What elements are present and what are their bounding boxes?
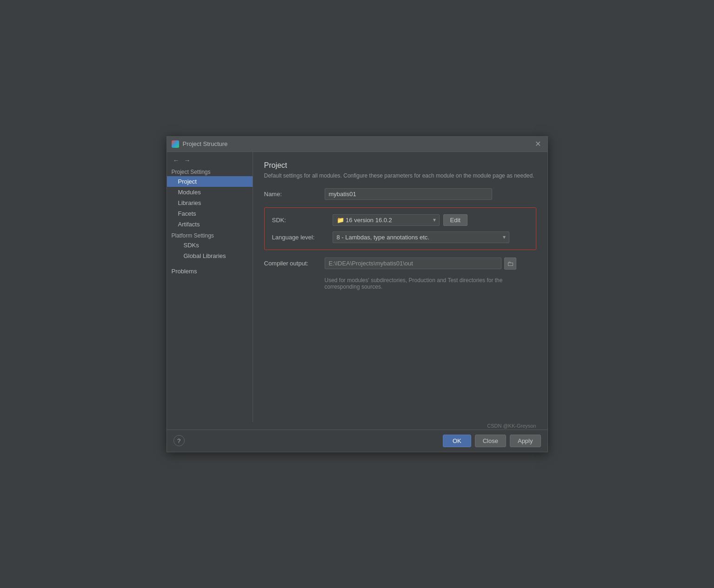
sidebar-item-libraries[interactable]: Libraries bbox=[167, 198, 253, 208]
sidebar-item-artifacts[interactable]: Artifacts bbox=[167, 219, 253, 230]
sidebar: ← → Project Settings Project Modules Lib… bbox=[167, 152, 253, 422]
main-content: Project Default settings for all modules… bbox=[253, 152, 547, 422]
sdk-row: SDK: 📁 16 version 16.0.2 Edit bbox=[272, 214, 528, 226]
compiler-output-row: Compiler output: 🗀 bbox=[264, 258, 536, 270]
sidebar-item-modules[interactable]: Modules bbox=[167, 187, 253, 198]
compiler-output-label: Compiler output: bbox=[264, 260, 325, 267]
sidebar-item-global-libraries[interactable]: Global Libraries bbox=[167, 251, 253, 261]
page-subtitle: Default settings for all modules. Config… bbox=[264, 172, 536, 179]
sidebar-item-project[interactable]: Project bbox=[167, 176, 253, 187]
sdk-section: SDK: 📁 16 version 16.0.2 Edit Language l… bbox=[264, 207, 536, 250]
platform-settings-section-label: Platform Settings bbox=[167, 230, 253, 240]
language-level-select-wrapper: 8 - Lambdas, type annotations etc. 9 - M… bbox=[333, 231, 509, 243]
name-input[interactable] bbox=[325, 188, 492, 200]
compiler-output-wrap: 🗀 bbox=[325, 258, 516, 270]
language-level-label: Language level: bbox=[272, 234, 333, 241]
sidebar-item-facets[interactable]: Facets bbox=[167, 208, 253, 219]
close-icon[interactable]: ✕ bbox=[534, 139, 543, 149]
sdk-select-wrap: 📁 16 version 16.0.2 Edit bbox=[333, 214, 528, 226]
sdk-select-wrapper: 📁 16 version 16.0.2 bbox=[333, 214, 440, 226]
sdk-label: SDK: bbox=[272, 217, 333, 224]
compiler-note: Used for modules' subdirectories, Produc… bbox=[325, 277, 536, 290]
sdk-edit-button[interactable]: Edit bbox=[443, 214, 467, 226]
dialog-title: Project Structure bbox=[183, 140, 530, 147]
forward-button[interactable]: → bbox=[183, 156, 192, 165]
language-level-select[interactable]: 8 - Lambdas, type annotations etc. 9 - M… bbox=[333, 231, 509, 243]
nav-row: ← → bbox=[167, 155, 253, 166]
back-button[interactable]: ← bbox=[172, 156, 181, 165]
sdk-select[interactable]: 📁 16 version 16.0.2 bbox=[333, 214, 440, 226]
watermark: CSDN @KK-Greyson bbox=[487, 422, 541, 429]
project-settings-section-label: Project Settings bbox=[167, 166, 253, 176]
app-icon bbox=[172, 140, 179, 148]
footer-buttons: OK Close Apply bbox=[443, 435, 541, 447]
sidebar-item-problems[interactable]: Problems bbox=[167, 266, 253, 277]
name-row: Name: bbox=[264, 188, 536, 200]
help-button[interactable]: ? bbox=[173, 435, 185, 446]
watermark-bar: CSDN @KK-Greyson bbox=[167, 422, 547, 429]
name-label: Name: bbox=[264, 191, 325, 198]
language-level-row: Language level: 8 - Lambdas, type annota… bbox=[272, 231, 528, 243]
dialog-body: ← → Project Settings Project Modules Lib… bbox=[167, 152, 547, 422]
title-bar: Project Structure ✕ bbox=[167, 137, 547, 152]
apply-button[interactable]: Apply bbox=[510, 435, 541, 447]
footer: ? OK Close Apply bbox=[167, 429, 547, 452]
folder-icon[interactable]: 🗀 bbox=[504, 258, 516, 270]
sidebar-item-sdks[interactable]: SDKs bbox=[167, 240, 253, 251]
compiler-output-input[interactable] bbox=[325, 258, 501, 269]
close-button[interactable]: Close bbox=[475, 435, 506, 447]
ok-button[interactable]: OK bbox=[443, 435, 471, 447]
page-title: Project bbox=[264, 161, 536, 170]
project-structure-dialog: Project Structure ✕ ← → Project Settings… bbox=[167, 136, 548, 452]
